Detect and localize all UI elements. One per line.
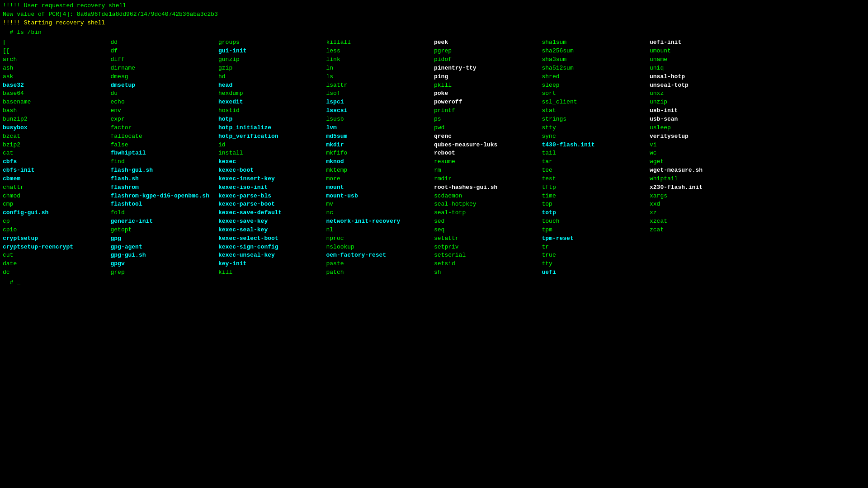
file-item: gpg-gui.sh [111, 251, 219, 260]
file-item: pgrep [434, 47, 542, 56]
header-line-2: New value of PCR[4]: 8a6a96fde1a8dd96271… [3, 10, 865, 19]
file-item: dirname [111, 64, 219, 73]
file-item: dmesg [111, 73, 219, 81]
file-item: lsscsi [326, 107, 434, 115]
file-item: pidof [434, 56, 542, 64]
file-item: hexdump [218, 89, 326, 98]
file-item: tr [542, 243, 650, 252]
file-item: hotp [218, 115, 326, 124]
file-item: qrenc [434, 132, 542, 141]
file-item: uefi-init [650, 38, 758, 47]
file-item: bzip2 [3, 141, 111, 150]
file-item: unxz [650, 89, 758, 98]
file-item: mount-usb [326, 192, 434, 201]
file-item: peek [434, 38, 542, 47]
file-item: fallocate [111, 132, 219, 141]
file-item: hexedit [218, 98, 326, 107]
file-item: ln [326, 64, 434, 73]
file-item: cut [3, 251, 111, 260]
file-item: gzip [218, 64, 326, 73]
file-item: sha512sum [542, 64, 650, 73]
file-item: tee [542, 166, 650, 175]
file-item: wc [650, 149, 758, 158]
file-item: cmp [3, 200, 111, 209]
file-item: vi [650, 141, 758, 150]
file-item: seq [434, 226, 542, 235]
file-item: flash-gui.sh [111, 166, 219, 175]
file-item: totp [542, 209, 650, 217]
file-item: env [111, 107, 219, 115]
file-item: unseal-totp [650, 81, 758, 90]
file-item: nproc [326, 235, 434, 243]
file-item: ls [326, 73, 434, 81]
file-item: factor [111, 124, 219, 132]
file-item: config-gui.sh [3, 209, 111, 217]
header-line-1: !!!!! User requested recovery shell [3, 2, 865, 10]
file-item: xargs [650, 192, 758, 201]
file-item: setsid [434, 260, 542, 268]
file-item: cryptsetup [3, 235, 111, 243]
file-item: resume [434, 158, 542, 166]
file-item: hotp_verification [218, 132, 326, 141]
file-item: stty [542, 124, 650, 132]
file-item: usb-scan [650, 115, 758, 124]
file-item: wget [650, 158, 758, 166]
file-item: mount [326, 183, 434, 192]
file-item: kexec-save-key [218, 217, 326, 226]
file-item: install [218, 149, 326, 158]
file-item: grep [111, 268, 219, 277]
file-item: diff [111, 56, 219, 64]
file-item: rm [434, 166, 542, 175]
file-item: strings [542, 115, 650, 124]
file-item: gui-init [218, 47, 326, 56]
file-item: tpm-reset [542, 235, 650, 243]
file-item: df [111, 47, 219, 56]
file-item: patch [326, 268, 434, 277]
terminal: !!!!! User requested recovery shell New … [3, 2, 865, 486]
file-item: fbwhiptail [111, 149, 219, 158]
file-item: qubes-measure-luks [434, 141, 542, 150]
file-item: cbmem [3, 175, 111, 183]
file-item: true [542, 251, 650, 260]
file-item: bzcat [3, 132, 111, 141]
file-item: nslookup [326, 243, 434, 252]
file-item: tty [542, 260, 650, 268]
file-item: tar [542, 158, 650, 166]
file-item: lsof [326, 89, 434, 98]
file-item: kexec-insert-key [218, 175, 326, 183]
file-item: time [542, 192, 650, 201]
file-item: uniq [650, 64, 758, 73]
file-item: x230-flash.init [650, 183, 758, 192]
file-item: unzip [650, 98, 758, 107]
file-item: xxd [650, 200, 758, 209]
file-item: find [111, 158, 219, 166]
file-item: more [326, 175, 434, 183]
file-item: [[ [3, 47, 111, 56]
file-col-2: groupsgui-initgunzipgziphdheadhexdumphex… [218, 38, 326, 277]
file-item: gpgv [111, 260, 219, 268]
file-item: reboot [434, 149, 542, 158]
file-item: setpriv [434, 243, 542, 252]
file-item: seal-hotpkey [434, 200, 542, 209]
file-item: hd [218, 73, 326, 81]
file-item: touch [542, 217, 650, 226]
file-item: gpg [111, 235, 219, 243]
file-item: pinentry-tty [434, 64, 542, 73]
file-item: nc [326, 209, 434, 217]
file-item: tpm [542, 226, 650, 235]
file-item: mknod [326, 158, 434, 166]
file-col-3: killalllesslinklnlslsattrlsoflspcilsscsi… [326, 38, 434, 277]
file-item: kexec-unseal-key [218, 251, 326, 260]
prompt-line[interactable]: # _ [3, 279, 865, 287]
file-item: t430-flash.init [542, 141, 650, 150]
file-item: unsal-hotp [650, 73, 758, 81]
file-item: uname [650, 56, 758, 64]
file-item: groups [218, 38, 326, 47]
file-item: mv [326, 200, 434, 209]
file-item: sleep [542, 81, 650, 90]
file-item: ps [434, 115, 542, 124]
file-item: sed [434, 217, 542, 226]
file-grid: [[[archashaskbase32base64basenamebashbun… [3, 38, 865, 277]
file-item: setattr [434, 235, 542, 243]
file-item: kexec-select-boot [218, 235, 326, 243]
